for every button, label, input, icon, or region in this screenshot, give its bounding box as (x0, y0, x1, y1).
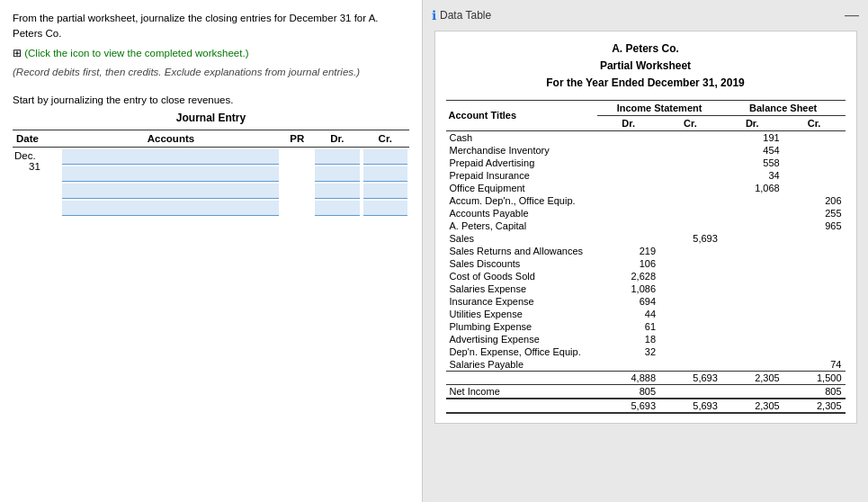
bs-cr-cell (783, 345, 846, 358)
ws-data-row: Insurance Expense694 (446, 295, 846, 308)
is-dr-cell (597, 220, 659, 232)
date-header: Date (13, 130, 60, 148)
cr-input-1[interactable] (363, 149, 407, 165)
left-panel: From the partial worksheet, journalize t… (0, 0, 423, 502)
account-name-cell: Plumbing Expense (446, 320, 598, 333)
bs-dr-cell: 558 (721, 157, 783, 169)
ws-total-row: 5,693 5,693 2,305 2,305 (446, 399, 846, 413)
worksheet-table: Account Titles Income Statement Balance … (446, 100, 846, 414)
net-income-label: Net Income (446, 384, 598, 399)
ws-data-row: Salaries Payable74 (446, 358, 846, 372)
income-statement-header: Income Statement (597, 100, 721, 115)
journal-table: Date Accounts PR Dr. Cr. Dec. 31 (13, 130, 409, 220)
ws-data-row: Prepaid Advertising558 (446, 157, 846, 169)
worksheet-container: A. Peters Co. Partial Worksheet For the … (434, 31, 857, 424)
account-titles-header: Account Titles (446, 100, 598, 130)
total-bs-dr: 2,305 (721, 399, 783, 413)
accounts-header: Accounts (60, 130, 281, 148)
account-input-1[interactable] (62, 149, 279, 165)
ws-data-row: Merchandise Inventory454 (446, 144, 846, 157)
is-dr-cell (597, 232, 659, 245)
date-month-cell: Dec. 31 (13, 148, 60, 220)
instruction2[interactable]: ⊞ (Click the icon to view the completed … (13, 46, 409, 61)
top-bar: ℹ Data Table — (428, 7, 863, 23)
bs-cr-cell (783, 157, 846, 169)
bs-dr-cell (721, 245, 783, 257)
account-name-cell: Prepaid Insurance (446, 169, 598, 182)
is-dr-cell (597, 169, 659, 182)
is-cr-cell (659, 220, 721, 232)
dr-input-2[interactable] (315, 166, 359, 182)
is-cr-header: Cr. (659, 115, 721, 130)
account-name-cell: Dep'n. Expense, Office Equip. (446, 345, 598, 358)
is-cr-cell (659, 270, 721, 282)
ws-data-row: Plumbing Expense61 (446, 320, 846, 333)
cr-input-3[interactable] (363, 184, 407, 199)
bs-dr-cell (721, 295, 783, 308)
subtotal-label (446, 371, 598, 384)
close-icon[interactable]: — (845, 7, 859, 23)
bs-dr-cell (721, 358, 783, 372)
data-table-label: ℹ Data Table (432, 8, 491, 22)
is-cr-cell (659, 157, 721, 169)
account-name-cell: Accounts Payable (446, 207, 598, 220)
is-dr-cell: 694 (597, 295, 659, 308)
is-cr-cell (659, 333, 721, 345)
grid-icon: ⊞ (13, 48, 22, 58)
bs-cr-cell: 255 (783, 207, 846, 220)
bs-dr-cell (721, 194, 783, 207)
is-dr-cell: 44 (597, 308, 659, 320)
account-name-cell: Utilities Expense (446, 308, 598, 320)
bs-dr-cell (721, 308, 783, 320)
dr-input-3[interactable] (315, 184, 359, 199)
worksheet-link[interactable]: (Click the icon to view the completed wo… (24, 48, 248, 58)
info-icon: ℹ (432, 8, 436, 22)
is-dr-cell (597, 207, 659, 220)
account-name-cell: A. Peters, Capital (446, 220, 598, 232)
bs-cr-cell (783, 144, 846, 157)
journal-title: Journal Entry (13, 112, 409, 124)
account-name-cell: Office Equipment (446, 182, 598, 194)
ni-is-dr: 805 (597, 384, 659, 399)
subtotal-bs-dr: 2,305 (721, 371, 783, 384)
bs-cr-cell (783, 182, 846, 194)
bs-cr-cell: 74 (783, 358, 846, 372)
bs-dr-cell: 454 (721, 144, 783, 157)
journal-header-row: Date Accounts PR Dr. Cr. (13, 130, 409, 148)
total-label (446, 399, 598, 413)
bs-cr-header: Cr. (783, 115, 846, 130)
bs-cr-cell: 965 (783, 220, 846, 232)
bs-dr-cell (721, 270, 783, 282)
is-cr-cell: 5,693 (659, 232, 721, 245)
account-name-cell: Prepaid Advertising (446, 157, 598, 169)
bs-dr-cell (721, 333, 783, 345)
is-cr-cell (659, 358, 721, 372)
is-cr-cell (659, 282, 721, 295)
ni-bs-dr (721, 384, 783, 399)
account-name-cell: Sales Discounts (446, 257, 598, 270)
ws-data-row: Salaries Expense1,086 (446, 282, 846, 295)
account-name-cell: Sales (446, 232, 598, 245)
bs-dr-cell (721, 282, 783, 295)
account-input-2[interactable] (62, 166, 279, 182)
ws-data-row: Accounts Payable255 (446, 207, 846, 220)
is-cr-cell (659, 182, 721, 194)
is-cr-cell (659, 295, 721, 308)
is-cr-cell (659, 320, 721, 333)
ws-data-row: Sales5,693 (446, 232, 846, 245)
journal-entry-section: Journal Entry Date Accounts PR Dr. Cr. D… (13, 112, 409, 220)
is-dr-cell (597, 194, 659, 207)
instruction1: From the partial worksheet, journalize t… (13, 11, 409, 42)
cr-input-2[interactable] (363, 166, 407, 182)
bs-dr-cell (721, 220, 783, 232)
ws-span-header-row: Account Titles Income Statement Balance … (446, 100, 846, 115)
is-dr-cell: 1,086 (597, 282, 659, 295)
ni-bs-cr: 805 (783, 384, 846, 399)
cr-input-4[interactable] (363, 201, 407, 216)
bs-dr-cell (721, 345, 783, 358)
account-input-3[interactable] (62, 184, 279, 199)
dr-input-1[interactable] (315, 149, 359, 165)
account-input-4[interactable] (62, 201, 279, 216)
cr-input-cell (362, 148, 409, 220)
dr-input-4[interactable] (315, 201, 359, 216)
